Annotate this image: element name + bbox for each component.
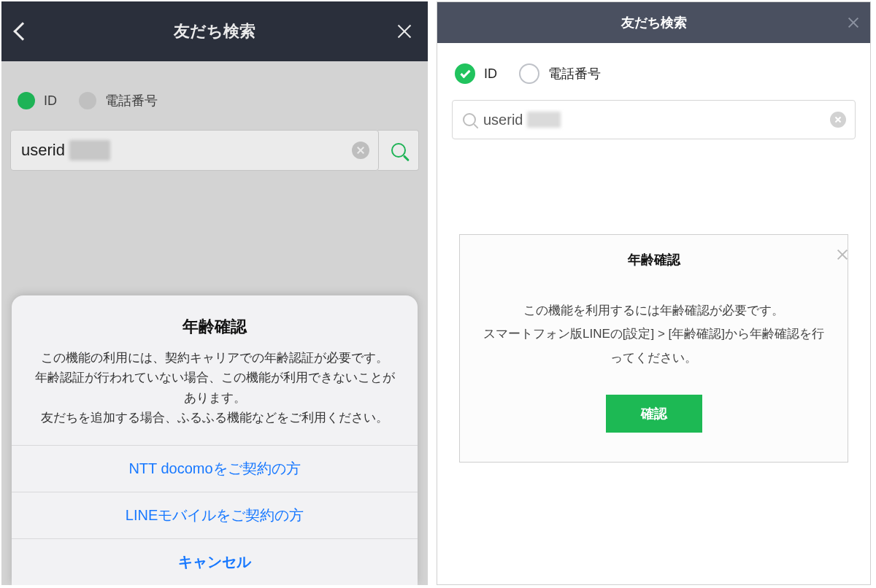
radio-id[interactable]: ID bbox=[455, 63, 497, 84]
age-verification-sheet: 年齢確認 この機能の利用には、契約キャリアでの年齢認証が必要です。 年齢認証が行… bbox=[12, 295, 418, 585]
radio-phone[interactable]: 電話番号 bbox=[519, 63, 601, 84]
search-icon bbox=[463, 113, 476, 126]
age-verification-dialog: 年齢確認 この機能を利用するには年齢確認が必要です。 スマートフォン版LINEの… bbox=[459, 234, 848, 463]
radio-id-label: ID bbox=[484, 66, 497, 82]
radio-selected-icon bbox=[455, 63, 475, 84]
confirm-button[interactable]: 確認 bbox=[606, 395, 702, 433]
sheet-message: この機能の利用には、契約キャリアでの年齢認証が必要です。 年齢認証が行われていな… bbox=[29, 348, 400, 428]
radio-phone-label: 電話番号 bbox=[548, 65, 601, 82]
option-docomo-button[interactable]: NTT docomoをご契約の方 bbox=[12, 445, 418, 492]
x-icon bbox=[834, 116, 842, 123]
mobile-panel: 友だち検索 ID 電話番号 userid bbox=[1, 1, 428, 585]
close-button[interactable] bbox=[847, 2, 860, 43]
desktop-panel: 友だち検索 ID 電話番号 userid 年齢確認 bbox=[437, 1, 871, 585]
dialog-message: この機能を利用するには年齢確認が必要です。 スマートフォン版LINEの[設定] … bbox=[460, 289, 848, 395]
search-value: userid bbox=[483, 112, 561, 128]
search-type-radios: ID 電話番号 bbox=[452, 61, 856, 100]
cancel-button[interactable]: キャンセル bbox=[12, 538, 418, 585]
desktop-header: 友だち検索 bbox=[437, 2, 870, 43]
desktop-header-title: 友だち検索 bbox=[621, 14, 687, 31]
close-icon bbox=[847, 16, 860, 29]
dialog-title: 年齢確認 bbox=[460, 251, 848, 268]
redacted-text bbox=[527, 112, 561, 128]
clear-button[interactable] bbox=[830, 112, 846, 128]
sheet-title: 年齢確認 bbox=[29, 316, 400, 338]
search-input[interactable]: userid bbox=[452, 100, 856, 139]
radio-unselected-icon bbox=[519, 63, 539, 84]
option-line-mobile-button[interactable]: LINEモバイルをご契約の方 bbox=[12, 492, 418, 538]
